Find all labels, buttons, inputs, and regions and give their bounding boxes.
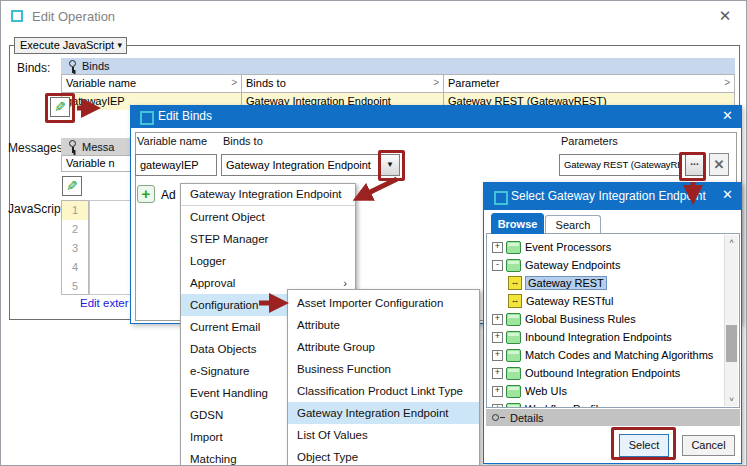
submenu-item-classification-product-link-type[interactable]: Classification Product Linkt Type	[288, 380, 479, 402]
browse-parameters-button[interactable]: ...	[685, 154, 704, 176]
menu-item-current-object[interactable]: Current Object	[181, 206, 355, 228]
edit-external-link[interactable]: Edit exter	[80, 297, 129, 309]
col-binds-to[interactable]: Binds to>	[242, 75, 444, 92]
tree-item-workflow-profiles[interactable]: + Workflow Profiles	[487, 400, 610, 408]
messages-caption-text: Messa	[82, 141, 114, 153]
folder-icon	[506, 241, 521, 254]
endpoint-icon: ↔	[508, 294, 522, 308]
submenu-item-attribute-group[interactable]: Attribute Group	[288, 336, 479, 358]
pencil-icon: ✎	[66, 177, 78, 195]
folder-icon	[506, 385, 521, 398]
tree-item-inbound-integration-endpoints[interactable]: + Inbound Integration Endpoints	[487, 328, 672, 346]
close-icon[interactable]: ✕	[709, 5, 741, 27]
configuration-submenu: Asset Importer Configuration Attribute A…	[287, 289, 480, 466]
tree-item-outbound-integration-endpoints[interactable]: + Outbound Integration Endpoints	[487, 364, 680, 382]
collapse-icon[interactable]: -	[492, 260, 503, 271]
line-number: 4	[62, 258, 88, 277]
sort-icon: >	[231, 75, 237, 91]
binds-to-value: Gateway Integration Endpoint	[226, 159, 371, 171]
folder-icon	[506, 349, 521, 362]
select-endpoint-dialog: Select Gateway Integration Endpoint ✕ Br…	[483, 182, 742, 464]
tree-item-gateway-restful[interactable]: ↔ Gateway RESTful	[487, 292, 613, 310]
binds-caption-text: Binds	[82, 60, 110, 72]
tab-browse[interactable]: Browse	[491, 213, 544, 234]
window-title: Edit Operation	[32, 9, 115, 24]
select-button[interactable]: Select	[619, 434, 669, 457]
folder-icon	[506, 403, 521, 409]
edit-binds-titlebar[interactable]: Edit Binds ✕	[131, 106, 741, 128]
submenu-item-gateway-integration-endpoint[interactable]: Gateway Integration Endpoint	[288, 402, 479, 424]
binds-label: Binds:	[17, 61, 50, 75]
sort-icon: >	[724, 75, 730, 91]
binds-header-row: Variable name> Binds to> Parameter>	[62, 75, 734, 93]
edit-message-button[interactable]: ✎	[62, 176, 82, 196]
menu-item-step-manager[interactable]: STEP Manager	[181, 228, 355, 250]
pencil-icon: ✎	[54, 98, 66, 116]
expand-icon[interactable]: +	[492, 386, 503, 397]
variable-name-label: Variable name	[137, 135, 207, 147]
expand-icon[interactable]: +	[492, 332, 503, 343]
cancel-button[interactable]: Cancel	[682, 435, 735, 456]
submenu-item-business-function[interactable]: Business Function	[288, 358, 479, 380]
sort-icon: >	[433, 75, 439, 91]
folder-icon	[506, 367, 521, 380]
tree-item-global-business-rules[interactable]: + Global Business Rules	[487, 310, 636, 328]
expand-icon[interactable]: +	[492, 368, 503, 379]
key-icon	[69, 60, 77, 73]
submenu-item-list-of-values[interactable]: List Of Values	[288, 424, 479, 446]
folder-icon	[506, 313, 521, 326]
messages-label: Messages:	[8, 141, 66, 155]
col-parameter[interactable]: Parameter>	[444, 75, 734, 92]
binds-table: Variable name> Binds to> Parameter> gate…	[61, 74, 735, 108]
expand-icon[interactable]: +	[492, 314, 503, 325]
app-icon	[11, 10, 23, 22]
tab-search[interactable]: Search	[545, 215, 601, 234]
javascript-label: JavaScript:	[8, 202, 67, 216]
parameters-label: Parameters	[561, 135, 618, 147]
submenu-item-attribute[interactable]: Attribute	[288, 314, 479, 336]
scrollbar-thumb[interactable]	[726, 325, 737, 362]
expand-icon[interactable]: +	[492, 242, 503, 253]
scroll-down-icon[interactable]: ˅	[725, 393, 738, 406]
clear-parameter-button[interactable]: ✕	[709, 153, 729, 176]
tree-item-match-codes[interactable]: + Match Codes and Matching Algorithms	[487, 346, 713, 364]
details-key-icon	[492, 414, 505, 422]
close-icon[interactable]: ✕	[722, 108, 733, 123]
operation-type-dropdown[interactable]: Execute JavaScript ▾	[14, 37, 127, 54]
line-number: 1	[62, 201, 88, 220]
edit-bind-button[interactable]: ✎	[50, 97, 70, 117]
endpoint-icon: ↔	[508, 276, 522, 290]
submenu-item-object-type[interactable]: Object Type	[288, 446, 479, 466]
menu-item-logger[interactable]: Logger	[181, 250, 355, 272]
col-variable-name[interactable]: Variable name>	[62, 75, 242, 92]
operation-type-value: Execute JavaScript	[20, 39, 114, 51]
variable-name-input[interactable]: gatewayIEP	[135, 154, 217, 176]
parameters-input[interactable]: Gateway REST (GatewayREST)	[559, 154, 681, 176]
add-bind-label[interactable]: Ad	[161, 188, 176, 202]
binds-to-dropdown[interactable]: Gateway Integration Endpoint ▼	[221, 154, 400, 176]
add-icon[interactable]: +	[137, 185, 155, 203]
line-number: 2	[62, 220, 88, 239]
tree-item-event-processors[interactable]: + Event Processors	[487, 238, 611, 256]
folder-icon	[506, 331, 521, 344]
chevron-down-icon[interactable]: ▼	[380, 155, 399, 175]
menu-item-gateway-integration-endpoint[interactable]: Gateway Integration Endpoint	[181, 184, 355, 205]
dropdown-arrow-icon: ▾	[117, 38, 122, 53]
binds-to-label: Binds to	[223, 135, 263, 147]
select-dialog-title: Select Gateway Integration Endpoint	[511, 189, 706, 203]
tree-item-gateway-rest[interactable]: ↔ Gateway REST	[487, 274, 606, 292]
edit-binds-title: Edit Binds	[158, 109, 212, 123]
scroll-up-icon[interactable]: ˄	[725, 235, 738, 248]
select-dialog-titlebar[interactable]: Select Gateway Integration Endpoint ✕	[484, 183, 741, 210]
expand-icon[interactable]: +	[492, 350, 503, 361]
submenu-item-asset-importer-configuration[interactable]: Asset Importer Configuration	[288, 292, 479, 314]
dialog-icon	[140, 111, 154, 125]
endpoint-tree: + Event Processors - Gateway Endpoints ↔…	[486, 233, 740, 408]
close-icon[interactable]: ✕	[722, 187, 733, 202]
tree-item-web-uis[interactable]: + Web UIs	[487, 382, 567, 400]
expand-icon[interactable]: +	[492, 404, 503, 409]
folder-icon	[506, 259, 521, 272]
tree-item-gateway-endpoints[interactable]: - Gateway Endpoints	[487, 256, 620, 274]
details-section-header[interactable]: Details	[486, 409, 740, 426]
tree-scrollbar[interactable]: ˄ ˅	[724, 235, 738, 406]
